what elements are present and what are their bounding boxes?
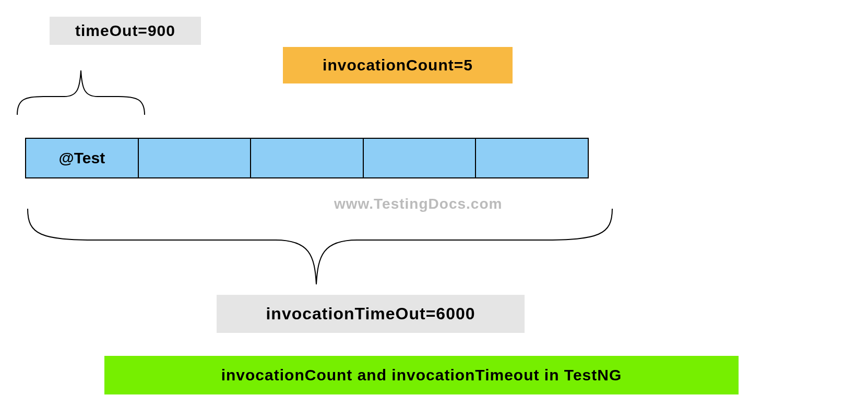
- top-brace-icon: [15, 50, 148, 117]
- test-cell-3: [250, 138, 364, 178]
- test-cell-5: [475, 138, 589, 178]
- test-invocation-bar: @Test: [25, 138, 588, 178]
- test-cell-4: [363, 138, 477, 178]
- test-cell-2: [138, 138, 252, 178]
- bottom-brace-icon: [25, 204, 617, 287]
- invocation-timeout-label: invocationTimeOut=6000: [217, 295, 525, 333]
- diagram-title: invocationCount and invocationTimeout in…: [104, 356, 739, 394]
- timeout-label: timeOut=900: [50, 17, 201, 45]
- test-cell-1: @Test: [25, 138, 139, 178]
- invocation-count-label: invocationCount=5: [283, 47, 513, 83]
